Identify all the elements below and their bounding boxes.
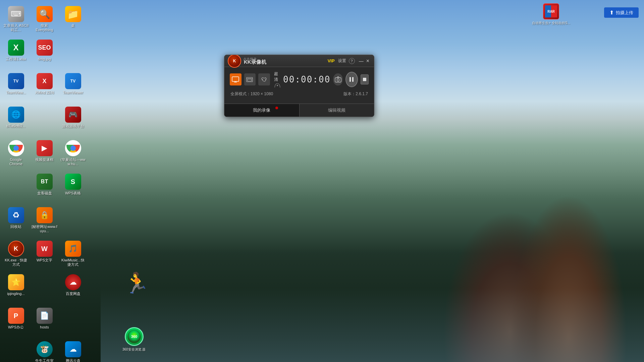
icon-bt[interactable]: BT 盒客磁盘 [30,171,59,204]
kk-timer: 00:00:00 [283,74,330,84]
icon-desktop-label: 桌 [71,23,75,28]
kk-exe-img: K [8,241,24,257]
icon-ipj[interactable]: ⭐ ipjingling... [2,272,30,305]
kk-pause-button[interactable] [345,72,358,87]
upload-label: 拍摄上传 [616,10,633,16]
svg-rect-23 [350,77,351,82]
icon-bt-label: 盒客磁盘 [37,191,52,195]
icon-recycle[interactable]: ♻ 回收站 [2,204,30,238]
icon-wps-w[interactable]: W WPS文字 [30,238,59,272]
kk-body: 超清 00:00:00 [224,67,374,104]
kk-quality-label: 超清 [274,71,280,82]
icon-game-label: 游戏游戏平台 [62,124,84,128]
chrome-img [8,140,24,156]
icon-kiwi[interactable]: 🎵 KiwiMusic...快捷方式 [59,238,87,272]
icon-chrome[interactable]: GoogleChrome [2,137,30,171]
svg-rect-11 [232,77,239,81]
kk-recording-indicator [275,107,278,109]
kk-logo-text: K [233,59,236,63]
icon-wps-p[interactable]: P WPS办公 [2,305,30,339]
icon-everything[interactable]: 🔍 搜索Everything [30,3,59,37]
svg-point-22 [337,79,339,81]
tj-img: 🐮 [37,341,53,357]
upload-button[interactable]: ⬆ 拍摄上传 [604,7,639,18]
icon-ascii-label: 文章插入 ASCII码工... [3,23,29,32]
kk-settings-button[interactable]: 设置 [338,58,346,64]
icon-kk-exe[interactable]: K KK.exe · 快捷方式 [2,238,30,272]
icon-wps-s[interactable]: S WPS表格 [59,171,87,204]
icon-game[interactable]: 🎮 游戏游戏平台 [59,104,87,137]
xmind-img: X [37,73,53,89]
icon-tj[interactable]: 🐮 牛牛工作室 [30,339,59,362]
wps-w-img: W [37,241,53,257]
icon-wps-p-label: WPS办公 [8,325,24,329]
kk-screenshot-button[interactable] [333,73,342,85]
ipj-img: ⭐ [8,274,24,290]
icon-excel[interactable]: X 工作薄1.xlsx [2,37,30,70]
icon-empty-5 [30,272,59,305]
winrar-icon[interactable]: RAR 自动寄生虫+ 全站劫持S... [532,3,570,25]
svg-rect-24 [352,77,354,82]
icon-tencent-cloud[interactable]: ☁ 腾讯云盘 [59,339,87,362]
icon-empty-4 [59,204,87,238]
bt-img: BT [37,174,53,190]
svg-text:RAR: RAR [547,10,555,13]
ascii-icon-img: ⌨ [8,6,24,22]
icon-hosts[interactable]: 📄 hosts [30,305,59,339]
kk-stop-button[interactable] [361,74,369,84]
icon-360-browser[interactable]: 360 360安全浏览 器 [122,327,146,352]
baomi-img: 🔒 [37,207,53,223]
icon-teamviewer2[interactable]: TV TeamViewer [59,70,87,104]
kk-controls-row: 超清 00:00:00 [230,71,369,88]
icon-video[interactable]: ▶ 视频提速框 [30,137,59,171]
icon-baomi-label: [秘密网址www.fuyu... [32,225,57,233]
icon-baidu[interactable]: ☁ 百度网盘 [59,272,87,305]
kk-tab-my-recordings[interactable]: 我的录像 [224,104,300,117]
icon-teamviewer1-label: TeamView... [6,90,26,95]
icon-teamviewer2-label: TeamViewer [63,90,83,95]
video-img: ▶ [37,140,53,156]
b7ia-img: 🌐 [8,107,24,123]
desktop-folder-img: 📁 [65,6,81,22]
svg-rect-21 [335,78,341,82]
kk-mode-window[interactable] [244,73,256,85]
icon-baomi[interactable]: 🔒 [秘密网址www.fuyu... [30,204,59,238]
kk-mode-screen[interactable] [230,73,241,85]
teamviewer1-img: TV [8,73,24,89]
icon-wps-s-label: WPS表格 [65,191,81,195]
icon-chrome2[interactable]: (华夏论坛—www.hu... [59,137,87,171]
kk-mode-gamepad[interactable] [258,73,270,85]
icon-timg[interactable]: SEO timg.jpg [30,37,59,70]
kk-click-login[interactable]: 点击登录 [243,56,257,62]
recycle-img: ♻ [8,207,24,223]
icon-xmind[interactable]: X XMind ZEN [30,70,59,104]
timg-icon-img: SEO [37,40,53,56]
svg-rect-25 [363,78,366,81]
hosts-img: 📄 [37,308,53,324]
kk-close-button[interactable]: × [365,58,371,64]
game-img: 🎮 [65,107,81,123]
kk-help-button[interactable]: ? [349,58,355,64]
kk-info-row: 全屏模式：644 × 362 版本：2.6.1.7 [230,91,369,100]
icon-kiwi-label: KiwiMusic...快捷方式 [60,258,86,267]
icon-b7ia[interactable]: 🌐 b7ia9cfb2... [2,104,30,137]
icon-empty-2 [30,104,59,137]
kk-recorder-window: K 点击登录 KK录像机 VIP 设置 ? — × [224,55,374,117]
icon-everything-label: 搜索Everything [36,23,53,32]
tencent-cloud-img: ☁ [65,341,81,357]
kk-version: 版本：2.6.1.7 [343,91,368,97]
kk-minimize-button[interactable]: — [358,58,365,64]
svg-rect-16 [248,79,252,81]
kk-tabs: 我的录像 编辑视频 [224,104,374,117]
kk-tab-edit-video[interactable]: 编辑视频 [300,104,374,117]
running-figure: 🏃 [124,271,149,295]
icon-chrome2-label: (华夏论坛—www.hu... [60,158,86,166]
icon-xmind-label: XMind ZEN [35,90,54,95]
desktop-icon-grid: ⌨ 文章插入 ASCII码工... 🔍 搜索Everything 📁 桌 X 工… [0,0,104,362]
icon-ascii[interactable]: ⌨ 文章插入 ASCII码工... [2,3,30,37]
icon-kk-exe-label: KK.exe · 快捷方式 [3,258,29,267]
icon-desktop-folder[interactable]: 📁 桌 [59,3,87,37]
icon-recycle-label: 回收站 [10,225,21,229]
icon-teamviewer1[interactable]: TV TeamView... [2,70,30,104]
excel-icon-img: X [8,40,24,56]
